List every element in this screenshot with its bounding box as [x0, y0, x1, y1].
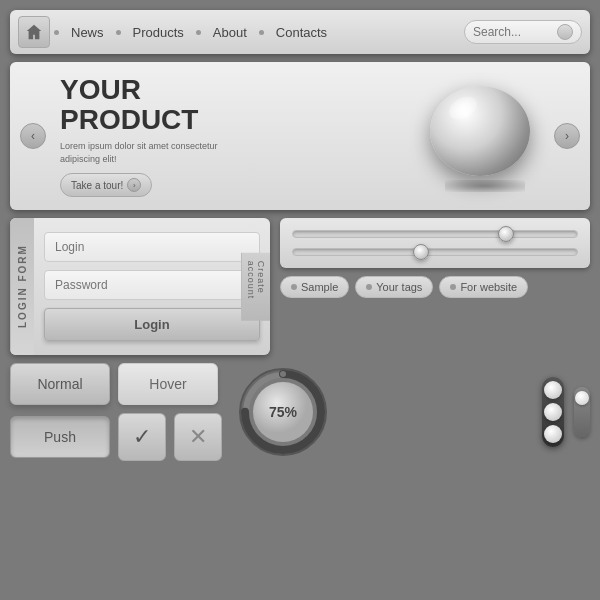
tag-dot-icon [291, 284, 297, 290]
nav-separator-1 [54, 30, 59, 35]
nav-item-products[interactable]: Products [125, 21, 192, 44]
nav-separator-2 [116, 30, 121, 35]
password-input[interactable] [44, 270, 260, 300]
button-group: Normal Hover Push ✓ ✕ [10, 363, 222, 461]
slider-1-track [292, 230, 578, 238]
normal-button[interactable]: Normal [10, 363, 110, 405]
hero-next-button[interactable]: › [554, 123, 580, 149]
x-button[interactable]: ✕ [174, 413, 222, 461]
circular-progress: 75% [238, 367, 328, 457]
nav-item-news[interactable]: News [63, 21, 112, 44]
progress-label: 75% [269, 404, 297, 420]
login-panel: LOGIN FORM Login Create account [10, 218, 270, 355]
buttons-row-1: Normal Hover [10, 363, 222, 405]
orb-shadow [445, 180, 525, 192]
nav-item-contacts[interactable]: Contacts [268, 21, 335, 44]
login-input[interactable] [44, 232, 260, 262]
tag-sample[interactable]: Sample [280, 276, 349, 298]
login-submit-button[interactable]: Login [44, 308, 260, 341]
middle-section: LOGIN FORM Login Create account Sample [10, 218, 590, 355]
toggle-small-1[interactable] [574, 387, 590, 437]
toggle-knob-mid [544, 403, 562, 421]
hero-prev-button[interactable]: ‹ [20, 123, 46, 149]
nav-separator-4 [259, 30, 264, 35]
toggle-vertical-1[interactable] [542, 377, 564, 447]
svg-point-4 [280, 371, 286, 377]
hover-button[interactable]: Hover [118, 363, 218, 405]
right-panel: Sample Your tags For website [280, 218, 590, 355]
check-button[interactable]: ✓ [118, 413, 166, 461]
toggle-small-knob [575, 391, 589, 405]
toggles-area [542, 377, 590, 447]
tags-row: Sample Your tags For website [280, 276, 590, 298]
buttons-row-2: Push ✓ ✕ [10, 413, 222, 461]
hero-subtitle: Lorem ipsum dolor sit amet consectetur a… [60, 140, 220, 165]
create-account-tab[interactable]: Create account [241, 252, 270, 321]
slider-1-thumb[interactable] [498, 226, 514, 242]
nav-item-about[interactable]: About [205, 21, 255, 44]
orb-shine [445, 92, 481, 124]
slider-2-track [292, 248, 578, 256]
hero-title: YOUR PRODUCT [60, 75, 220, 137]
search-box [464, 20, 582, 44]
hero-cta-button[interactable]: Take a tour! › [60, 173, 152, 197]
toggle-knob-top [544, 381, 562, 399]
tag-your-tags[interactable]: Your tags [355, 276, 433, 298]
nav-separator-3 [196, 30, 201, 35]
search-icon[interactable] [557, 24, 573, 40]
login-form-label: LOGIN FORM [10, 218, 34, 355]
sliders-section [280, 218, 590, 268]
tag-dot-icon-2 [366, 284, 372, 290]
home-button[interactable] [18, 16, 50, 48]
hero-cta-arrow-icon: › [127, 178, 141, 192]
search-input[interactable] [473, 25, 553, 39]
hero-product-orb [430, 86, 540, 186]
navigation-bar: News Products About Contacts [10, 10, 590, 54]
bottom-row: Normal Hover Push ✓ ✕ [10, 363, 590, 461]
tag-dot-icon-3 [450, 284, 456, 290]
toggle-knob-bottom [544, 425, 562, 443]
hero-orb-shape [430, 86, 530, 176]
hero-banner: ‹ YOUR PRODUCT Lorem ipsum dolor sit ame… [10, 62, 590, 210]
tag-for-website[interactable]: For website [439, 276, 528, 298]
slider-2-thumb[interactable] [413, 244, 429, 260]
push-button[interactable]: Push [10, 416, 110, 458]
login-form-inner: Login [34, 218, 270, 355]
